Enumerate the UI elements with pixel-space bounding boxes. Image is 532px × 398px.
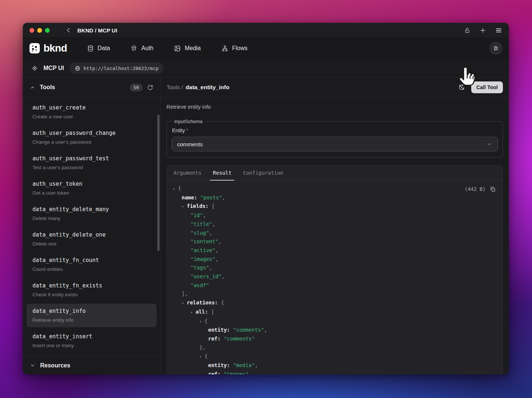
- json-line: entity: "media",: [173, 361, 497, 370]
- result-size-label: (442 B): [465, 185, 486, 194]
- json-punct: {: [221, 300, 224, 306]
- tool-name: auth_user_password_test: [32, 155, 151, 162]
- tool-description: Check if entity exists: [32, 291, 151, 298]
- tool-list-item[interactable]: data_entity_fn_existsCheck if entity exi…: [27, 278, 157, 302]
- nav-item-auth[interactable]: Auth: [130, 45, 153, 52]
- back-icon[interactable]: [65, 27, 72, 34]
- json-punct: ,: [215, 247, 218, 253]
- json-punct: ,: [218, 238, 221, 244]
- tools-section-header[interactable]: Tools 50: [23, 78, 160, 97]
- refresh-tools-icon[interactable]: [147, 84, 153, 91]
- json-string: "media": [233, 362, 255, 368]
- chevron-down-icon: [486, 141, 492, 147]
- tool-detail-pane: Tools / data_entity_info Call Tool Retri…: [161, 78, 509, 374]
- tool-description: Insert one or many: [32, 342, 151, 349]
- mcp-page-title: MCP UI: [43, 65, 64, 71]
- json-punct: {: [204, 353, 207, 359]
- json-key: entity:: [208, 327, 233, 333]
- tool-name: auth_user_create: [32, 104, 151, 111]
- user-avatar[interactable]: D: [489, 42, 503, 55]
- json-line: ▾all: [: [173, 308, 497, 317]
- collapse-caret-icon[interactable]: ▾: [182, 299, 187, 308]
- tool-list-item[interactable]: auth_user_password_testTest a user's pas…: [27, 151, 157, 175]
- tool-list-item[interactable]: auth_user_tokenGet a user token: [27, 177, 157, 200]
- json-key: name:: [182, 195, 200, 200]
- json-line: ▾{: [173, 184, 497, 193]
- collapse-caret-icon[interactable]: ▾: [199, 352, 204, 361]
- json-line: "images",: [173, 255, 497, 264]
- tools-sidebar: Tools 50 auth_user_createCreate a new us…: [23, 78, 161, 374]
- tool-description: Delete many: [32, 215, 151, 221]
- collapse-caret-icon[interactable]: ▾: [190, 308, 196, 317]
- nav-label: Data: [98, 45, 110, 52]
- json-string: "id": [190, 212, 203, 218]
- menu-icon[interactable]: [495, 27, 502, 34]
- tool-list-item[interactable]: data_entity_insertInsert one or many: [27, 329, 157, 353]
- close-window-button[interactable]: [29, 28, 34, 33]
- nav-item-media[interactable]: Media: [174, 45, 201, 52]
- brand-logo[interactable]: bknd: [29, 42, 67, 54]
- tool-name: data_entity_delete_many: [32, 206, 151, 213]
- json-line: name: "posts",: [173, 193, 497, 202]
- json-punct: ,: [255, 362, 258, 368]
- collapse-caret-icon[interactable]: ▾: [182, 202, 187, 211]
- json-result-area: (442 B) ▾{name: "posts",▾fields: ["id","…: [167, 181, 503, 374]
- tool-list-item[interactable]: auth_user_createCreate a new user: [27, 100, 157, 124]
- tool-name: data_entity_fn_count: [32, 257, 151, 264]
- tool-description: Count entities: [32, 266, 151, 272]
- json-string: "slug": [190, 230, 209, 236]
- collapse-caret-icon[interactable]: ▾: [199, 317, 204, 326]
- zoom-window-button[interactable]: [45, 28, 50, 33]
- json-line: "active",: [173, 246, 497, 255]
- call-tool-button[interactable]: Call Tool: [471, 81, 503, 93]
- lock-open-icon[interactable]: [464, 27, 470, 34]
- tool-description: Create a new user: [32, 114, 151, 120]
- tab-configuration[interactable]: Configuration: [242, 165, 284, 180]
- result-meta: (442 B): [465, 185, 496, 194]
- tool-list-item[interactable]: data_entity_delete_oneDelete one: [27, 227, 157, 251]
- entity-select[interactable]: comments: [171, 137, 498, 151]
- json-string: "comments": [233, 327, 264, 333]
- tool-list-item[interactable]: data_entity_infoRetrieve entity info: [27, 304, 157, 327]
- resources-section-header[interactable]: Resources: [23, 356, 160, 374]
- content-area: Tools 50 auth_user_createCreate a new us…: [23, 78, 509, 374]
- new-tab-icon[interactable]: [479, 27, 486, 34]
- nav-label: Media: [185, 45, 201, 52]
- json-line: "users_id",: [173, 272, 497, 281]
- collapse-caret-icon[interactable]: ▾: [173, 185, 178, 193]
- json-key: relations:: [187, 300, 221, 306]
- json-line: ref: "comments": [173, 335, 497, 343]
- json-string: "users_id": [190, 273, 221, 279]
- tool-list-item[interactable]: data_entity_delete_manyDelete many: [27, 202, 157, 226]
- minimize-window-button[interactable]: [37, 28, 42, 33]
- nav-item-flows[interactable]: Flows: [221, 45, 248, 52]
- nav-item-data[interactable]: Data: [87, 45, 110, 52]
- tab-result[interactable]: Result: [212, 165, 232, 180]
- auto-call-off-icon[interactable]: [458, 84, 465, 91]
- breadcrumb-root[interactable]: Tools /: [167, 84, 183, 91]
- tool-list-item[interactable]: auth_user_password_changeChange a user's…: [27, 126, 157, 149]
- json-punct: ,: [209, 265, 212, 270]
- desktop-wallpaper: { "window": { "title": "BKND / MCP UI" }…: [0, 0, 532, 398]
- json-key: all:: [196, 309, 211, 315]
- sidebar-scrollbar[interactable]: [157, 115, 160, 251]
- header-actions: Call Tool: [458, 81, 503, 93]
- tool-detail-body: Retrieve entity info InputSchema Entity*…: [161, 97, 509, 374]
- titlebar-actions: [464, 27, 502, 34]
- json-line: ref: "images": [173, 370, 497, 374]
- entity-label-text: Entity: [172, 128, 185, 133]
- copy-icon[interactable]: [490, 186, 496, 192]
- json-key: fields:: [187, 203, 211, 209]
- json-string: "posts": [200, 195, 222, 200]
- json-punct: ,: [212, 221, 215, 227]
- tool-list-item[interactable]: data_entity_fn_countCount entities: [27, 253, 157, 276]
- breadcrumb: Tools / data_entity_info: [167, 84, 230, 91]
- mcp-url-pill[interactable]: http://localhost:28623/mcp: [70, 63, 164, 74]
- json-punct: },: [199, 345, 206, 350]
- json-line: "id",: [173, 211, 497, 220]
- tools-section-title: Tools: [40, 84, 55, 91]
- fingerprint-icon: [130, 45, 137, 52]
- json-line: ▾fields: [: [173, 202, 497, 211]
- tab-arguments[interactable]: Arguments: [173, 165, 202, 180]
- json-view: ▾{name: "posts",▾fields: ["id","title","…: [173, 184, 497, 374]
